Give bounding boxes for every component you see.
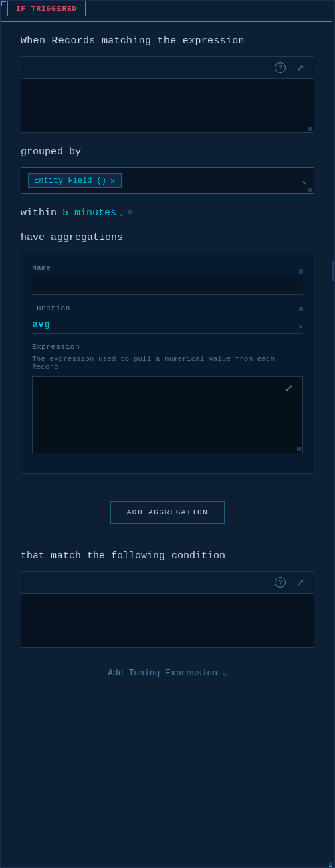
resize-handle-top [308, 127, 312, 131]
question-icon-bottom: ? [275, 577, 286, 588]
entity-field-tag: Entity Field () × [28, 173, 122, 188]
scroll-track [332, 1, 334, 867]
name-field-label: Name [32, 264, 303, 272]
entity-field-tag-close[interactable]: × [110, 177, 116, 185]
expand-icon-bottom: ⤢ [296, 577, 304, 588]
function-caret: ⌄ [298, 320, 303, 330]
header-title: When Records matching the expression [21, 35, 314, 47]
bottom-expr-content[interactable] [21, 594, 314, 647]
top-expr-toolbar: ? ⤢ [21, 57, 314, 79]
add-tuning-caret: ⌄ [223, 669, 227, 677]
add-tuning-link[interactable]: Add Tuning Expression [108, 668, 217, 678]
grouped-by-chevron: ⌄ [302, 176, 307, 186]
help-button-bottom[interactable]: ? [273, 576, 287, 589]
within-label: within [21, 207, 57, 219]
expand-agg-expr-btn[interactable]: ⤢ [282, 381, 296, 395]
have-aggregations-label: have aggregations [21, 232, 314, 243]
function-select[interactable]: avg ⌄ [32, 316, 303, 334]
main-panel: IF TRIGGERED When Records matching the e… [0, 0, 335, 868]
within-value-select[interactable]: 5 minutes ⌄ [62, 207, 124, 219]
function-field-group: Function avg ⌄ [32, 304, 303, 334]
add-aggregation-button[interactable]: ADD AGGREGATION [110, 501, 225, 524]
entity-field-select[interactable]: Entity Field () × ⌄ [21, 167, 314, 194]
agg-expr-content[interactable] [33, 399, 302, 453]
function-field-label: Function [32, 304, 303, 312]
corner-decoration-tl [1, 1, 6, 6]
that-match-label: that match the following condition [21, 550, 314, 562]
within-row: within 5 minutes ⌄ [21, 207, 314, 219]
expand-icon-top: ⤢ [296, 62, 304, 73]
expand-agg-expr-icon: ⤢ [285, 383, 293, 393]
top-expression-box: ? ⤢ [21, 56, 314, 133]
bottom-expr-box: ? ⤢ [21, 571, 314, 648]
name-resize [299, 269, 303, 274]
aggregation-card: Name Function avg ⌄ Expression The expre… [21, 253, 314, 474]
help-button-top[interactable]: ? [273, 61, 287, 74]
bottom-toolbar: ? ⤢ [21, 572, 314, 594]
within-resize [128, 210, 132, 214]
within-value-text: 5 minutes [62, 207, 116, 219]
if-triggered-tab[interactable]: IF TRIGGERED [7, 1, 86, 16]
entity-field-tag-label: Entity Field () [34, 176, 106, 185]
top-expr-content[interactable] [21, 79, 314, 132]
expand-button-top[interactable]: ⤢ [294, 61, 307, 74]
expand-button-bottom[interactable]: ⤢ [294, 576, 307, 589]
expr-field-label: Expression [32, 343, 303, 351]
function-value-text: avg [32, 319, 50, 330]
tab-label: IF TRIGGERED [16, 5, 77, 13]
add-tuning-row: Add Tuning Expression ⌄ [21, 668, 314, 678]
name-input[interactable] [32, 276, 303, 295]
scroll-thumb [332, 261, 334, 281]
expr-hint: The expression used to pull a numerical … [32, 355, 303, 371]
question-icon-top: ? [275, 62, 286, 73]
bottom-section: that match the following condition ? ⤢ A… [1, 537, 334, 698]
agg-expr-box: ⤢ [32, 376, 303, 453]
agg-expr-toolbar: ⤢ [33, 377, 302, 399]
expr-field-group: Expression The expression used to pull a… [32, 343, 303, 453]
name-field-group: Name [32, 264, 303, 295]
function-resize [299, 307, 303, 311]
within-caret: ⌄ [119, 209, 124, 217]
resize-handle-grouped [308, 188, 312, 192]
agg-expr-resize [297, 447, 301, 451]
content-area: When Records matching the expression ? ⤢… [1, 22, 334, 501]
grouped-by-label: grouped by [21, 146, 314, 158]
